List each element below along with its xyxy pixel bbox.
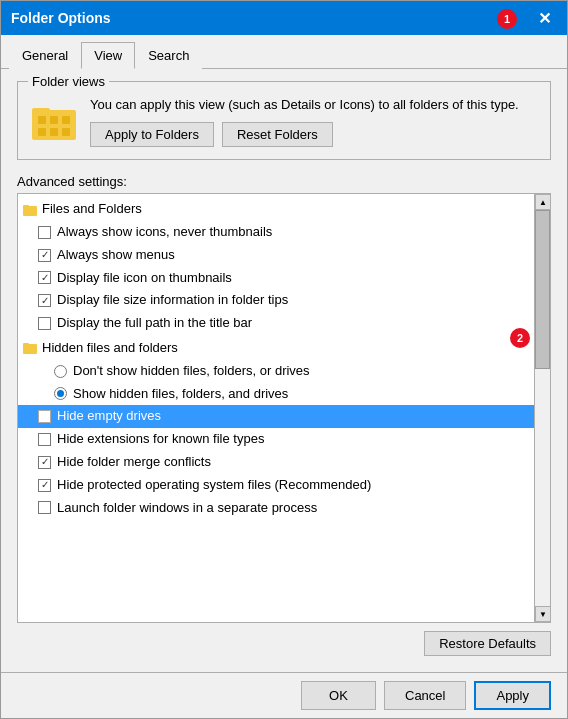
list-item[interactable]: Hide empty drives bbox=[18, 405, 534, 428]
folder-views-content: You can apply this view (such as Details… bbox=[90, 96, 519, 147]
cancel-button[interactable]: Cancel bbox=[384, 681, 466, 710]
folder-views-buttons: Apply to Folders Reset Folders bbox=[90, 122, 519, 147]
apply-button[interactable]: Apply bbox=[474, 681, 551, 710]
folder-views-description: You can apply this view (such as Details… bbox=[90, 96, 519, 114]
title-bar-left: Folder Options bbox=[11, 10, 111, 26]
list-item[interactable]: Show hidden files, folders, and drives bbox=[18, 383, 534, 406]
tab-bar: General View Search bbox=[1, 35, 567, 69]
list-item[interactable]: ✓ Display file icon on thumbnails bbox=[18, 267, 534, 290]
list-item: Hidden files and folders bbox=[18, 335, 534, 360]
list-item[interactable]: Don't show hidden files, folders, or dri… bbox=[18, 360, 534, 383]
svg-rect-1 bbox=[32, 108, 50, 114]
restore-row: Restore Defaults bbox=[17, 623, 551, 660]
category-label: Hidden files and folders bbox=[42, 338, 178, 359]
close-button[interactable]: ✕ bbox=[531, 5, 557, 31]
checkbox-hide-extensions[interactable] bbox=[38, 433, 51, 446]
svg-rect-4 bbox=[62, 116, 70, 124]
item-label: Display file icon on thumbnails bbox=[57, 268, 232, 289]
scroll-up-button[interactable]: ▲ bbox=[535, 194, 551, 210]
list-item[interactable]: Always show icons, never thumbnails bbox=[18, 221, 534, 244]
checkbox-display-file-icon[interactable]: ✓ bbox=[38, 271, 51, 284]
list-item[interactable]: Launch folder windows in a separate proc… bbox=[18, 497, 534, 520]
svg-rect-5 bbox=[38, 128, 46, 136]
annotation-badge-2: 2 bbox=[510, 328, 530, 348]
ok-button[interactable]: OK bbox=[301, 681, 376, 710]
apply-to-folders-button[interactable]: Apply to Folders bbox=[90, 122, 214, 147]
title-bar: Folder Options 1 ✕ bbox=[1, 1, 567, 35]
folder-views-inner: You can apply this view (such as Details… bbox=[30, 96, 538, 147]
settings-list-container[interactable]: Files and Folders Always show icons, nev… bbox=[17, 193, 551, 623]
svg-rect-7 bbox=[62, 128, 70, 136]
item-label: Launch folder windows in a separate proc… bbox=[57, 498, 317, 519]
list-item[interactable]: ✓ Display file size information in folde… bbox=[18, 289, 534, 312]
checkbox-always-show-menus[interactable]: ✓ bbox=[38, 249, 51, 262]
annotation-badge-1: 1 bbox=[497, 9, 517, 29]
checkbox-hide-protected-os[interactable]: ✓ bbox=[38, 479, 51, 492]
list-item[interactable]: ✓ Hide folder merge conflicts bbox=[18, 451, 534, 474]
checkbox-launch-folder-windows[interactable] bbox=[38, 501, 51, 514]
restore-defaults-button[interactable]: Restore Defaults bbox=[424, 631, 551, 656]
checkbox-display-full-path[interactable] bbox=[38, 317, 51, 330]
scrollbar[interactable]: ▲ ▼ bbox=[534, 194, 550, 622]
svg-rect-6 bbox=[50, 128, 58, 136]
reset-folders-button[interactable]: Reset Folders bbox=[222, 122, 333, 147]
item-label: Display file size information in folder … bbox=[57, 290, 288, 311]
item-label: Display the full path in the title bar bbox=[57, 313, 252, 334]
svg-rect-2 bbox=[38, 116, 46, 124]
folder-category-icon bbox=[22, 202, 38, 218]
list-item: Files and Folders bbox=[18, 196, 534, 221]
tab-content: Folder views bbox=[1, 69, 567, 672]
item-label: Hide empty drives bbox=[57, 406, 161, 427]
tab-search[interactable]: Search bbox=[135, 42, 202, 69]
scroll-thumb[interactable] bbox=[535, 210, 550, 368]
svg-rect-9 bbox=[23, 205, 29, 208]
folder-options-dialog: Folder Options 1 ✕ General View Search F… bbox=[0, 0, 568, 719]
list-item[interactable]: Display the full path in the title bar bbox=[18, 312, 534, 335]
hidden-folder-icon bbox=[22, 340, 38, 356]
item-label: Hide extensions for known file types bbox=[57, 429, 264, 450]
list-item[interactable]: ✓ Hide protected operating system files … bbox=[18, 474, 534, 497]
tab-view[interactable]: View bbox=[81, 42, 135, 69]
category-label: Files and Folders bbox=[42, 199, 142, 220]
checkbox-hide-folder-merge[interactable]: ✓ bbox=[38, 456, 51, 469]
folder-thumbnail-icon bbox=[30, 96, 78, 144]
item-label: Hide protected operating system files (R… bbox=[57, 475, 371, 496]
svg-rect-3 bbox=[50, 116, 58, 124]
list-item[interactable]: ✓ Always show menus bbox=[18, 244, 534, 267]
folder-views-section: Folder views bbox=[17, 81, 551, 160]
folder-views-label: Folder views bbox=[28, 74, 109, 89]
scroll-track bbox=[535, 210, 550, 606]
item-label: Always show menus bbox=[57, 245, 175, 266]
item-label: Always show icons, never thumbnails bbox=[57, 222, 272, 243]
checkbox-hide-empty-drives[interactable] bbox=[38, 410, 51, 423]
item-label: Don't show hidden files, folders, or dri… bbox=[73, 361, 310, 382]
checkbox-display-file-size[interactable]: ✓ bbox=[38, 294, 51, 307]
svg-rect-11 bbox=[23, 343, 29, 346]
bottom-bar: OK Cancel Apply bbox=[1, 672, 567, 718]
list-item[interactable]: Hide extensions for known file types bbox=[18, 428, 534, 451]
radio-dont-show-hidden[interactable] bbox=[54, 365, 67, 378]
dialog-title: Folder Options bbox=[11, 10, 111, 26]
settings-list: Files and Folders Always show icons, nev… bbox=[18, 194, 534, 521]
advanced-settings-label: Advanced settings: bbox=[17, 174, 551, 189]
checkbox-always-show-icons[interactable] bbox=[38, 226, 51, 239]
item-label: Hide folder merge conflicts bbox=[57, 452, 211, 473]
radio-show-hidden[interactable] bbox=[54, 387, 67, 400]
scroll-down-button[interactable]: ▼ bbox=[535, 606, 551, 622]
tab-general[interactable]: General bbox=[9, 42, 81, 69]
item-label: Show hidden files, folders, and drives bbox=[73, 384, 288, 405]
